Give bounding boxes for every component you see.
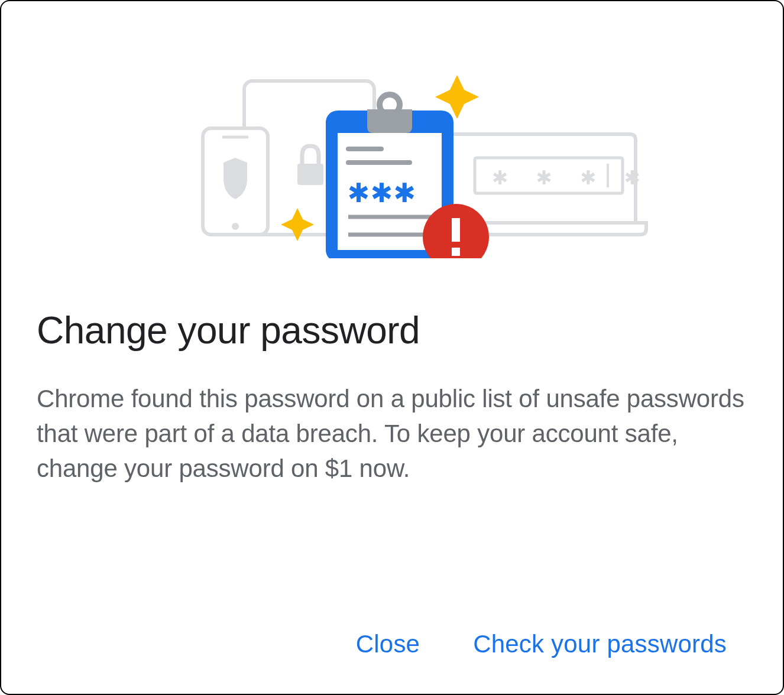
dialog-title: Change your password [37,308,747,352]
dialog-actions: Close Check your passwords [37,624,747,664]
password-field-icon: ✱ ✱ ✱ ✱ [475,158,647,193]
password-breach-illustration: ✱ ✱ ✱ ✱ [126,51,658,258]
phone-icon [203,128,268,235]
svg-rect-18 [452,248,460,256]
dialog-body: Chrome found this password on a public l… [37,382,747,486]
svg-rect-4 [297,164,323,185]
password-breach-dialog: ✱ ✱ ✱ ✱ [1,1,783,694]
check-passwords-button[interactable]: Check your passwords [473,624,727,664]
illustration-container: ✱ ✱ ✱ ✱ [37,37,747,273]
svg-text:✱✱✱: ✱✱✱ [348,170,417,210]
svg-point-7 [232,223,239,230]
close-button[interactable]: Close [356,624,420,664]
svg-rect-17 [452,218,460,242]
svg-text:✱ ✱ ✱ ✱: ✱ ✱ ✱ ✱ [493,161,647,190]
